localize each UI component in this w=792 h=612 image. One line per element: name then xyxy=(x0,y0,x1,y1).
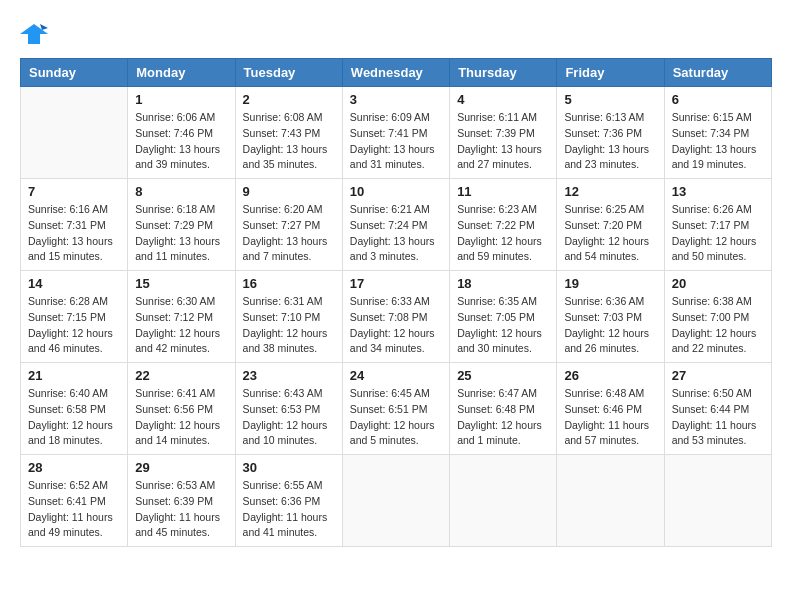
day-info: Sunrise: 6:28 AMSunset: 7:15 PMDaylight:… xyxy=(28,294,120,357)
day-info: Sunrise: 6:20 AMSunset: 7:27 PMDaylight:… xyxy=(243,202,335,265)
calendar-cell: 7Sunrise: 6:16 AMSunset: 7:31 PMDaylight… xyxy=(21,179,128,271)
day-info: Sunrise: 6:38 AMSunset: 7:00 PMDaylight:… xyxy=(672,294,764,357)
day-number: 1 xyxy=(135,92,227,107)
calendar-cell: 13Sunrise: 6:26 AMSunset: 7:17 PMDayligh… xyxy=(664,179,771,271)
calendar-cell: 16Sunrise: 6:31 AMSunset: 7:10 PMDayligh… xyxy=(235,271,342,363)
calendar-cell: 17Sunrise: 6:33 AMSunset: 7:08 PMDayligh… xyxy=(342,271,449,363)
day-info: Sunrise: 6:21 AMSunset: 7:24 PMDaylight:… xyxy=(350,202,442,265)
calendar-cell: 27Sunrise: 6:50 AMSunset: 6:44 PMDayligh… xyxy=(664,363,771,455)
day-info: Sunrise: 6:33 AMSunset: 7:08 PMDaylight:… xyxy=(350,294,442,357)
day-number: 13 xyxy=(672,184,764,199)
calendar-cell: 10Sunrise: 6:21 AMSunset: 7:24 PMDayligh… xyxy=(342,179,449,271)
column-header-wednesday: Wednesday xyxy=(342,59,449,87)
day-info: Sunrise: 6:40 AMSunset: 6:58 PMDaylight:… xyxy=(28,386,120,449)
calendar-week-2: 7Sunrise: 6:16 AMSunset: 7:31 PMDaylight… xyxy=(21,179,772,271)
day-info: Sunrise: 6:43 AMSunset: 6:53 PMDaylight:… xyxy=(243,386,335,449)
day-number: 20 xyxy=(672,276,764,291)
day-number: 26 xyxy=(564,368,656,383)
column-header-friday: Friday xyxy=(557,59,664,87)
page-header xyxy=(20,20,772,48)
day-info: Sunrise: 6:35 AMSunset: 7:05 PMDaylight:… xyxy=(457,294,549,357)
calendar-cell: 15Sunrise: 6:30 AMSunset: 7:12 PMDayligh… xyxy=(128,271,235,363)
calendar-cell: 6Sunrise: 6:15 AMSunset: 7:34 PMDaylight… xyxy=(664,87,771,179)
calendar-cell: 24Sunrise: 6:45 AMSunset: 6:51 PMDayligh… xyxy=(342,363,449,455)
day-number: 21 xyxy=(28,368,120,383)
day-number: 23 xyxy=(243,368,335,383)
day-number: 16 xyxy=(243,276,335,291)
day-info: Sunrise: 6:26 AMSunset: 7:17 PMDaylight:… xyxy=(672,202,764,265)
day-info: Sunrise: 6:11 AMSunset: 7:39 PMDaylight:… xyxy=(457,110,549,173)
day-info: Sunrise: 6:13 AMSunset: 7:36 PMDaylight:… xyxy=(564,110,656,173)
calendar-cell: 21Sunrise: 6:40 AMSunset: 6:58 PMDayligh… xyxy=(21,363,128,455)
calendar-cell: 12Sunrise: 6:25 AMSunset: 7:20 PMDayligh… xyxy=(557,179,664,271)
calendar-cell: 18Sunrise: 6:35 AMSunset: 7:05 PMDayligh… xyxy=(450,271,557,363)
day-number: 9 xyxy=(243,184,335,199)
calendar-cell: 23Sunrise: 6:43 AMSunset: 6:53 PMDayligh… xyxy=(235,363,342,455)
calendar-cell xyxy=(342,455,449,547)
calendar-table: SundayMondayTuesdayWednesdayThursdayFrid… xyxy=(20,58,772,547)
day-number: 14 xyxy=(28,276,120,291)
calendar-cell: 22Sunrise: 6:41 AMSunset: 6:56 PMDayligh… xyxy=(128,363,235,455)
day-info: Sunrise: 6:16 AMSunset: 7:31 PMDaylight:… xyxy=(28,202,120,265)
day-info: Sunrise: 6:08 AMSunset: 7:43 PMDaylight:… xyxy=(243,110,335,173)
day-number: 22 xyxy=(135,368,227,383)
day-info: Sunrise: 6:53 AMSunset: 6:39 PMDaylight:… xyxy=(135,478,227,541)
calendar-cell: 14Sunrise: 6:28 AMSunset: 7:15 PMDayligh… xyxy=(21,271,128,363)
day-info: Sunrise: 6:06 AMSunset: 7:46 PMDaylight:… xyxy=(135,110,227,173)
day-info: Sunrise: 6:23 AMSunset: 7:22 PMDaylight:… xyxy=(457,202,549,265)
calendar-cell xyxy=(450,455,557,547)
day-number: 11 xyxy=(457,184,549,199)
day-info: Sunrise: 6:45 AMSunset: 6:51 PMDaylight:… xyxy=(350,386,442,449)
calendar-week-5: 28Sunrise: 6:52 AMSunset: 6:41 PMDayligh… xyxy=(21,455,772,547)
day-number: 6 xyxy=(672,92,764,107)
day-info: Sunrise: 6:31 AMSunset: 7:10 PMDaylight:… xyxy=(243,294,335,357)
svg-marker-1 xyxy=(40,24,48,30)
day-number: 7 xyxy=(28,184,120,199)
day-info: Sunrise: 6:48 AMSunset: 6:46 PMDaylight:… xyxy=(564,386,656,449)
day-number: 27 xyxy=(672,368,764,383)
logo xyxy=(20,20,52,48)
calendar-cell: 11Sunrise: 6:23 AMSunset: 7:22 PMDayligh… xyxy=(450,179,557,271)
day-number: 24 xyxy=(350,368,442,383)
day-number: 29 xyxy=(135,460,227,475)
day-info: Sunrise: 6:52 AMSunset: 6:41 PMDaylight:… xyxy=(28,478,120,541)
calendar-cell: 28Sunrise: 6:52 AMSunset: 6:41 PMDayligh… xyxy=(21,455,128,547)
calendar-week-3: 14Sunrise: 6:28 AMSunset: 7:15 PMDayligh… xyxy=(21,271,772,363)
column-header-tuesday: Tuesday xyxy=(235,59,342,87)
day-number: 15 xyxy=(135,276,227,291)
day-info: Sunrise: 6:25 AMSunset: 7:20 PMDaylight:… xyxy=(564,202,656,265)
calendar-cell: 8Sunrise: 6:18 AMSunset: 7:29 PMDaylight… xyxy=(128,179,235,271)
calendar-cell: 26Sunrise: 6:48 AMSunset: 6:46 PMDayligh… xyxy=(557,363,664,455)
day-number: 17 xyxy=(350,276,442,291)
calendar-cell: 1Sunrise: 6:06 AMSunset: 7:46 PMDaylight… xyxy=(128,87,235,179)
calendar-cell: 30Sunrise: 6:55 AMSunset: 6:36 PMDayligh… xyxy=(235,455,342,547)
day-number: 25 xyxy=(457,368,549,383)
calendar-week-4: 21Sunrise: 6:40 AMSunset: 6:58 PMDayligh… xyxy=(21,363,772,455)
day-number: 8 xyxy=(135,184,227,199)
day-number: 12 xyxy=(564,184,656,199)
calendar-cell: 4Sunrise: 6:11 AMSunset: 7:39 PMDaylight… xyxy=(450,87,557,179)
day-info: Sunrise: 6:30 AMSunset: 7:12 PMDaylight:… xyxy=(135,294,227,357)
day-number: 3 xyxy=(350,92,442,107)
day-number: 18 xyxy=(457,276,549,291)
calendar-cell xyxy=(21,87,128,179)
day-info: Sunrise: 6:55 AMSunset: 6:36 PMDaylight:… xyxy=(243,478,335,541)
calendar-header-row: SundayMondayTuesdayWednesdayThursdayFrid… xyxy=(21,59,772,87)
column-header-sunday: Sunday xyxy=(21,59,128,87)
calendar-cell: 20Sunrise: 6:38 AMSunset: 7:00 PMDayligh… xyxy=(664,271,771,363)
calendar-cell: 19Sunrise: 6:36 AMSunset: 7:03 PMDayligh… xyxy=(557,271,664,363)
day-info: Sunrise: 6:18 AMSunset: 7:29 PMDaylight:… xyxy=(135,202,227,265)
column-header-saturday: Saturday xyxy=(664,59,771,87)
logo-icon xyxy=(20,20,48,48)
calendar-cell: 29Sunrise: 6:53 AMSunset: 6:39 PMDayligh… xyxy=(128,455,235,547)
calendar-cell: 9Sunrise: 6:20 AMSunset: 7:27 PMDaylight… xyxy=(235,179,342,271)
day-number: 4 xyxy=(457,92,549,107)
day-number: 10 xyxy=(350,184,442,199)
day-info: Sunrise: 6:41 AMSunset: 6:56 PMDaylight:… xyxy=(135,386,227,449)
calendar-week-1: 1Sunrise: 6:06 AMSunset: 7:46 PMDaylight… xyxy=(21,87,772,179)
calendar-cell xyxy=(664,455,771,547)
day-info: Sunrise: 6:47 AMSunset: 6:48 PMDaylight:… xyxy=(457,386,549,449)
day-info: Sunrise: 6:15 AMSunset: 7:34 PMDaylight:… xyxy=(672,110,764,173)
day-number: 5 xyxy=(564,92,656,107)
day-info: Sunrise: 6:09 AMSunset: 7:41 PMDaylight:… xyxy=(350,110,442,173)
